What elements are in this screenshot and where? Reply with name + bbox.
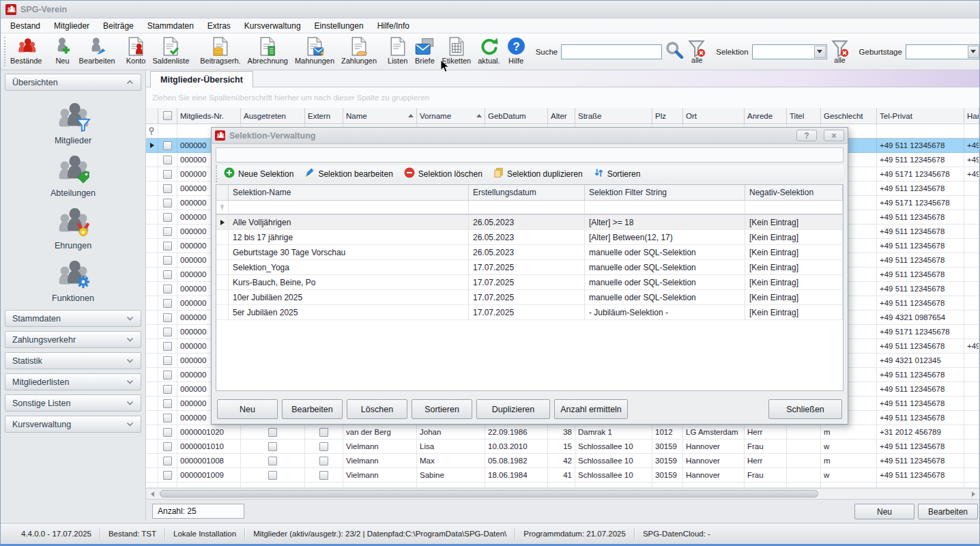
menu-kursverwaltung[interactable]: Kursverwaltung xyxy=(237,19,308,33)
row-checkbox-cell[interactable] xyxy=(158,253,177,268)
ausgetreten-checkbox[interactable] xyxy=(268,471,277,480)
row-checkbox[interactable] xyxy=(163,414,172,422)
dialog-column-erstellungsdatum[interactable]: Erstellungsdatum xyxy=(469,185,585,201)
row-checkbox[interactable] xyxy=(163,457,172,465)
select-all-checkbox[interactable] xyxy=(163,111,172,120)
row-checkbox-cell[interactable] xyxy=(158,440,177,454)
row-checkbox[interactable] xyxy=(163,141,172,150)
row-checkbox-cell[interactable] xyxy=(158,239,177,253)
row-checkbox-cell[interactable] xyxy=(158,210,177,225)
extern-checkbox[interactable] xyxy=(319,428,328,437)
row-checkbox[interactable] xyxy=(163,299,172,308)
row-checkbox[interactable] xyxy=(163,184,172,193)
column-header-name[interactable]: Name xyxy=(343,108,417,124)
row-checkbox[interactable] xyxy=(163,342,172,351)
row-checkbox-cell[interactable] xyxy=(158,354,177,368)
row-checkbox[interactable] xyxy=(163,242,172,250)
geburtstage-combobox[interactable] xyxy=(906,44,980,59)
dialog-help-button[interactable]: ? xyxy=(796,130,817,141)
row-checkbox-cell[interactable] xyxy=(158,325,177,339)
column-header-ausgetreten[interactable]: Ausgetreten xyxy=(241,108,305,124)
footer-button-neu[interactable]: Neu xyxy=(854,504,914,519)
sidebar-section-statistik[interactable]: Statistik xyxy=(5,352,141,369)
column-header-alter[interactable]: Alter xyxy=(548,108,575,124)
column-header-ort[interactable]: Ort xyxy=(683,108,745,124)
footer-button-bearbeiten[interactable]: Bearbeiten xyxy=(918,504,978,519)
row-checkbox-cell[interactable] xyxy=(158,268,177,282)
toolbar-button-saldenliste[interactable]: Saldenliste xyxy=(149,33,192,70)
sidebar-item-abteilungen[interactable]: Abteilungen xyxy=(51,154,96,198)
filter-pin-icon[interactable] xyxy=(146,124,158,139)
row-checkbox-cell[interactable] xyxy=(158,339,177,354)
row-checkbox-cell[interactable] xyxy=(158,425,177,440)
filter-cell[interactable] xyxy=(158,124,177,139)
selektion-filter-reset[interactable]: alle xyxy=(831,40,850,64)
toolbar-button-konto[interactable]: Konto xyxy=(123,33,149,70)
toolbar-button-bestnde[interactable]: Bestände xyxy=(7,33,45,70)
row-checkbox-cell[interactable] xyxy=(158,139,177,153)
extern-checkbox[interactable] xyxy=(319,442,328,451)
toolbar-button-hilfe[interactable]: ?Hilfe xyxy=(504,33,529,70)
row-checkbox-cell[interactable] xyxy=(158,311,177,325)
row-checkbox-cell[interactable] xyxy=(158,167,177,182)
row-checkbox-cell[interactable] xyxy=(158,225,177,239)
selection-row[interactable]: 5er Jubiläen 202517.07.2025- Jubiläum-Se… xyxy=(216,305,843,320)
search-filter-reset[interactable]: alle xyxy=(687,40,706,64)
dialog-tool-edit[interactable]: Selektion bearbeiten xyxy=(304,168,392,180)
row-checkbox[interactable] xyxy=(163,156,172,164)
menu-beitrge[interactable]: Beiträge xyxy=(96,19,141,33)
row-checkbox[interactable] xyxy=(163,285,172,293)
menu-mitglieder[interactable]: Mitglieder xyxy=(47,19,96,33)
ausgetreten-checkbox[interactable] xyxy=(268,442,277,451)
ausgetreten-checkbox[interactable] xyxy=(268,457,277,465)
table-row[interactable]: 0000001020van der BergJohan22.09.198638D… xyxy=(146,425,979,440)
row-checkbox[interactable] xyxy=(163,385,172,394)
dialog-button-schliessen[interactable]: Schließen xyxy=(768,399,842,419)
toolbar-button-beitragserh[interactable]: Beitragserh. xyxy=(197,33,244,70)
selektion-combobox[interactable] xyxy=(752,44,827,59)
table-row[interactable]: 0000001009VielmannSabine18.06.198441Schl… xyxy=(146,468,979,483)
row-checkbox[interactable] xyxy=(163,428,172,437)
menu-hilfeinfo[interactable]: Hilfe/Info xyxy=(371,19,416,33)
column-header-gebdatum[interactable]: GebDatum xyxy=(485,108,548,124)
column-header-plz[interactable]: Plz xyxy=(652,108,683,124)
dialog-filter-cell[interactable] xyxy=(585,201,745,215)
dialog-filter-cell[interactable] xyxy=(469,201,585,215)
toolbar-button-listen[interactable]: Listen xyxy=(384,33,411,70)
extern-checkbox[interactable] xyxy=(319,471,328,480)
dialog-button-anzahlermitteln[interactable]: Anzahl ermitteln xyxy=(554,399,628,419)
toolbar-button-aktual[interactable]: aktual. xyxy=(474,33,503,70)
column-header-titel[interactable]: Titel xyxy=(787,108,821,124)
ausgetreten-checkbox[interactable] xyxy=(268,428,277,437)
column-header-anrede[interactable]: Anrede xyxy=(745,108,787,124)
toolbar-button-abrechnung[interactable]: Abrechnung xyxy=(244,33,291,70)
extern-checkbox[interactable] xyxy=(319,457,328,465)
column-header-strae[interactable]: Straße xyxy=(575,108,652,124)
column-header-mitgliedsnr[interactable]: Mitglieds-Nr. xyxy=(177,108,241,124)
row-checkbox[interactable] xyxy=(163,399,172,408)
selection-row[interactable]: Alle Volljährigen26.05.2023[Alter] >= 18… xyxy=(216,215,843,230)
sidebar-section-zahlungsverkehr[interactable]: Zahlungsverkehr xyxy=(5,331,141,348)
selection-row[interactable]: Selektion_Yoga17.07.2025manuelle oder SQ… xyxy=(216,260,843,275)
row-checkbox-cell[interactable] xyxy=(158,368,177,382)
dialog-filter-cell[interactable] xyxy=(745,201,843,215)
dialog-tool-sort[interactable]: Sortieren xyxy=(594,167,641,180)
chevron-down-icon[interactable] xyxy=(814,46,826,58)
menu-bestand[interactable]: Bestand xyxy=(3,19,47,33)
dialog-button-bearbeiten[interactable]: Bearbeiten xyxy=(282,399,343,419)
sidebar-item-ehrungen[interactable]: ★ Ehrungen xyxy=(54,207,92,250)
sidebar-section-stammdaten[interactable]: Stammdaten xyxy=(5,310,141,327)
toolbar-button-bearbeiten[interactable]: Bearbeiten xyxy=(75,33,118,70)
row-checkbox-cell[interactable] xyxy=(158,397,177,411)
column-header-vorname[interactable]: Vorname xyxy=(417,108,485,124)
row-checkbox-cell[interactable] xyxy=(158,182,177,196)
sidebar-section-uebersichten[interactable]: Übersichten xyxy=(5,74,141,91)
row-checkbox-cell[interactable] xyxy=(158,411,177,425)
menu-extras[interactable]: Extras xyxy=(201,19,237,33)
select-all-checkbox-cell[interactable] xyxy=(158,108,177,124)
scroll-left-arrow[interactable] xyxy=(147,490,157,498)
search-icon[interactable] xyxy=(665,41,684,62)
row-checkbox[interactable] xyxy=(163,199,172,207)
row-checkbox-cell[interactable] xyxy=(158,468,177,483)
row-checkbox-cell[interactable] xyxy=(158,296,177,311)
